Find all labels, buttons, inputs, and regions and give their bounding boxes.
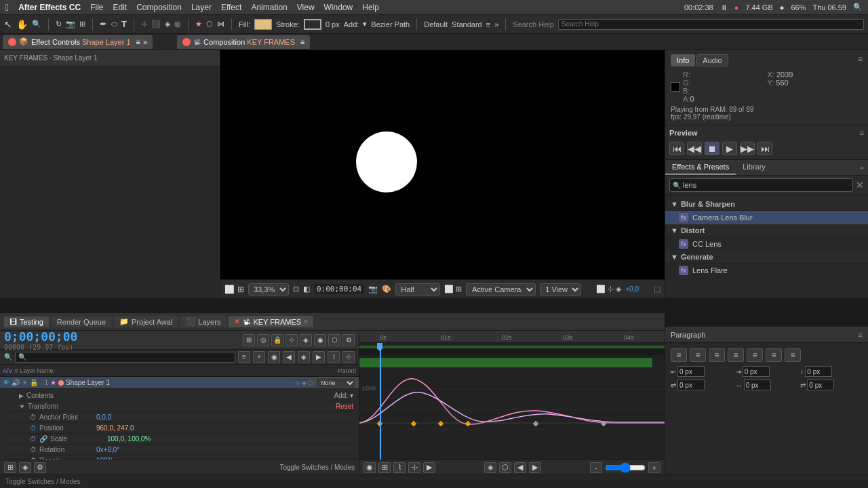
menu-file[interactable]: File	[90, 3, 103, 12]
roto-tool[interactable]: ◎	[174, 20, 181, 28]
motion-path-btn[interactable]: ⊹	[342, 351, 355, 363]
settings-btn[interactable]: ⚙	[34, 462, 46, 473]
paint-tool[interactable]: ⬛	[151, 20, 161, 28]
playhead-line[interactable]	[380, 343, 381, 460]
blend-mode-select[interactable]: None	[315, 378, 356, 388]
layer-star[interactable]: ★	[50, 379, 56, 386]
effects-presets-tab[interactable]: Effects & Presets	[665, 160, 736, 175]
comp-icon-2[interactable]: ⊞	[456, 285, 462, 293]
add-btn[interactable]: Add: ▾	[334, 392, 353, 399]
color-icon[interactable]: 🎨	[382, 285, 391, 293]
scale-value[interactable]: 100,0, 100,0%	[107, 435, 151, 443]
stopwatch-position[interactable]: ⏱	[30, 424, 37, 432]
preview-stop-btn[interactable]: ⏹	[705, 142, 719, 155]
shape-tools[interactable]: ⬭	[111, 20, 117, 28]
comp-menu-btn[interactable]: ≡	[300, 38, 304, 46]
keyframe-next-btn[interactable]: ▶	[313, 351, 325, 363]
stroke-swatch[interactable]	[304, 19, 321, 30]
stopwatch-scale[interactable]: ⏱	[30, 435, 37, 443]
workspace-options[interactable]: ≡	[486, 20, 490, 28]
distort-group[interactable]: ▼ Distort	[665, 224, 868, 237]
cc-lens-item[interactable]: fx CC Lens	[665, 237, 868, 251]
keyframe-4[interactable]	[465, 421, 471, 426]
new-comp-btn[interactable]: ⊞	[243, 334, 255, 346]
layer-search-input[interactable]	[15, 352, 235, 363]
menu-effect[interactable]: Effect	[221, 3, 241, 12]
keyframe-5[interactable]	[533, 421, 538, 426]
switch-3[interactable]: ⬡	[308, 380, 313, 386]
render-queue-tab[interactable]: Render Queue	[52, 317, 111, 327]
transform-toggle[interactable]: ▼	[19, 403, 25, 410]
preview-play-btn[interactable]: ▶	[722, 142, 737, 155]
new-comp-btn2[interactable]: ⊞	[4, 462, 16, 473]
anchor-value[interactable]: 0,0,0	[96, 413, 111, 421]
active-camera-select[interactable]: Active Camera	[466, 283, 536, 296]
stopwatch-rotation[interactable]: ⏱	[30, 446, 37, 453]
zoom-select[interactable]: 33,3% 50% 100%	[248, 283, 289, 296]
quality-select[interactable]: Half Full Quarter	[395, 283, 440, 296]
add-dropdown[interactable]: ▾	[363, 20, 367, 28]
vis-icon[interactable]: 👁	[3, 379, 9, 386]
align-right-btn[interactable]: ≡	[709, 348, 725, 362]
fill-swatch[interactable]	[254, 19, 272, 30]
keyframe-3[interactable]	[438, 421, 443, 426]
preview-rewind-btn[interactable]: ◀◀	[687, 142, 702, 155]
rotate-tool[interactable]: ↻	[56, 20, 62, 28]
menu-window[interactable]: Window	[324, 3, 353, 12]
motion-blur-btn[interactable]: ◉	[314, 334, 326, 346]
preview-first-btn[interactable]: ⏮	[669, 142, 684, 155]
switch-1[interactable]: ⊹	[295, 380, 300, 386]
position-value[interactable]: 960,0, 247,0	[96, 424, 134, 432]
text-tool[interactable]: T	[121, 19, 127, 29]
snap-tool[interactable]: ⋈	[217, 20, 224, 28]
rotation-value[interactable]: 0x+0,0°	[96, 446, 119, 453]
space-before-input[interactable]	[805, 366, 832, 377]
layer-search-options[interactable]: ≡	[238, 351, 250, 363]
easy-in-btn[interactable]: ◀	[514, 462, 526, 473]
keyframe-2[interactable]	[411, 421, 416, 426]
indent-left-input[interactable]	[677, 366, 705, 377]
mask-tool[interactable]: ⬡	[206, 20, 213, 28]
align-left-btn[interactable]: ≡	[671, 348, 687, 362]
keyframes-tab[interactable]: ✕ 📽 KEY FRAMES ≡	[229, 316, 313, 327]
markers-btn2[interactable]: ◈	[19, 462, 31, 473]
comp-icon-1[interactable]: ⬜	[444, 285, 454, 293]
keyframe-asst-btn[interactable]: ◈	[484, 462, 496, 473]
transparency-grid-btn[interactable]: ⬚	[654, 285, 660, 293]
paragraph-menu[interactable]: ≡	[858, 330, 863, 340]
menu-animation[interactable]: Animation	[251, 3, 287, 12]
lens-flare-item[interactable]: fx Lens Flare	[665, 264, 868, 277]
tab-menu[interactable]: ≡	[304, 318, 308, 325]
timeline-zoom-slider[interactable]	[605, 462, 646, 473]
menu-help[interactable]: Help	[362, 3, 379, 12]
menu-view[interactable]: View	[297, 3, 315, 12]
search-help-input[interactable]	[558, 19, 864, 30]
transform-tool[interactable]: ⊞	[79, 20, 85, 28]
stopwatch-anchor[interactable]: ⏱	[30, 413, 37, 421]
menu-composition[interactable]: Composition	[136, 3, 182, 12]
expand-panel-btn[interactable]: »	[143, 38, 147, 46]
markers-btn[interactable]: ◈	[300, 334, 312, 346]
apple-menu[interactable]: 	[5, 2, 9, 13]
search-icon[interactable]: 🔍	[853, 3, 863, 12]
value-graph-btn[interactable]: ⊹	[408, 462, 420, 473]
view-select[interactable]: 1 View	[540, 283, 581, 296]
zoom-in-btn[interactable]: +	[648, 462, 660, 473]
preview-last-btn[interactable]: ⏭	[757, 142, 772, 155]
effects-btn[interactable]: ⬡	[328, 334, 340, 346]
3d-btn[interactable]: ⊹	[285, 334, 298, 346]
space-extra-input[interactable]	[744, 380, 771, 390]
preview-ffwd-btn[interactable]: ▶▶	[740, 142, 755, 155]
blur-sharpen-group[interactable]: ▼ Blur & Sharpen	[665, 198, 868, 211]
switch-2[interactable]: ◈	[302, 380, 307, 386]
zoom-out-btn[interactable]: -	[590, 462, 602, 473]
solo-icon[interactable]: ☀	[22, 379, 28, 386]
snap-btn[interactable]: ⊞	[378, 462, 391, 473]
close-composition[interactable]	[182, 38, 191, 46]
speed-graph-btn[interactable]: ▶	[423, 462, 435, 473]
comp-render-options[interactable]: ◧	[303, 285, 310, 293]
effect-controls-tab[interactable]: 📦 Effect Controls Shape Layer 1 ≡ »	[3, 35, 153, 49]
select-tool[interactable]: ↖	[4, 19, 12, 30]
contents-toggle[interactable]: ▶	[19, 392, 24, 399]
camera-icon[interactable]: 📷	[368, 285, 378, 293]
